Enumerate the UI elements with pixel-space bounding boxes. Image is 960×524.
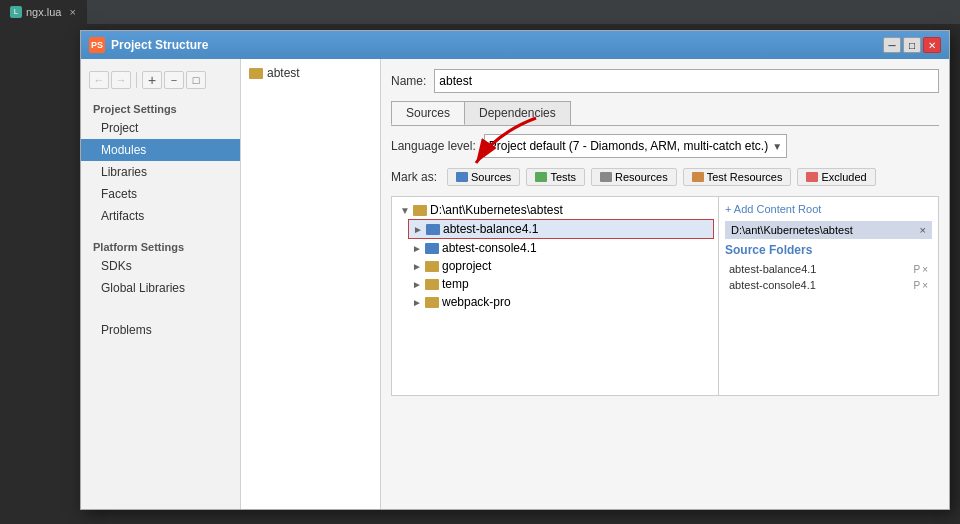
- name-label: Name:: [391, 74, 426, 88]
- back-button[interactable]: ←: [89, 71, 109, 89]
- tree-item-label: abtest-balance4.1: [443, 222, 538, 236]
- lang-label: Language level:: [391, 139, 476, 153]
- tree-expand-icon: ►: [412, 279, 422, 290]
- tab-close-icon[interactable]: ×: [69, 6, 75, 18]
- tree-expand-icon: ►: [412, 261, 422, 272]
- tree-item-balance[interactable]: ► abtest-balance4.1: [408, 219, 714, 239]
- forward-button[interactable]: →: [111, 71, 131, 89]
- remove-module-button[interactable]: −: [164, 71, 184, 89]
- tabs: Sources Dependencies: [391, 101, 939, 126]
- toolbar-separator: [136, 72, 137, 88]
- main-content: Name: Sources Dependencies Language leve…: [381, 59, 949, 509]
- tree-root-label: D:\ant\Kubernetes\abtest: [430, 203, 563, 217]
- source-folder-name: abtest-balance4.1: [729, 263, 816, 275]
- file-tree-area: ▼ D:\ant\Kubernetes\abtest ► abtest-bala…: [391, 196, 939, 396]
- title-bar-left: PS Project Structure: [89, 37, 208, 53]
- mark-row: Mark as: Sources Tests Resources Test Re…: [391, 168, 939, 186]
- module-item-abtest[interactable]: abtest: [245, 63, 376, 83]
- source-panel-header: + Add Content Root: [725, 203, 932, 215]
- editor-tab-label: ngx.lua: [26, 6, 61, 18]
- module-folder-icon: [249, 68, 263, 79]
- source-folders-label: Source Folders: [725, 243, 932, 257]
- minimize-button[interactable]: ─: [883, 37, 901, 53]
- tree-expand-icon: ▼: [400, 205, 410, 216]
- title-controls: ─ □ ✕: [883, 37, 941, 53]
- tree-item-folder-icon: [426, 224, 440, 235]
- sidebar-item-sdks[interactable]: SDKs: [81, 255, 240, 277]
- editor-tab-ngx[interactable]: L ngx.lua ×: [0, 0, 87, 24]
- source-path-close-button[interactable]: ×: [920, 224, 926, 236]
- editor-tab-bar: L ngx.lua ×: [0, 0, 960, 24]
- mark-sources-button[interactable]: Sources: [447, 168, 520, 186]
- modules-area: abtest: [241, 59, 381, 509]
- dropdown-arrow-icon: ▼: [772, 141, 782, 152]
- tests-folder-icon: [535, 172, 547, 182]
- tree-item-label: goproject: [442, 259, 491, 273]
- tree-item-temp[interactable]: ► temp: [408, 275, 714, 293]
- source-folder-actions: P ×: [913, 264, 928, 275]
- sidebar: ← → + − □ Project Settings Project Modul…: [81, 59, 241, 509]
- source-folder-x-action[interactable]: ×: [922, 280, 928, 291]
- excluded-folder-icon: [806, 172, 818, 182]
- sidebar-item-libraries[interactable]: Libraries: [81, 161, 240, 183]
- source-folder-x-action[interactable]: ×: [922, 264, 928, 275]
- sidebar-item-global-libraries[interactable]: Global Libraries: [81, 277, 240, 299]
- lua-icon: L: [10, 6, 22, 18]
- mark-label: Mark as:: [391, 170, 437, 184]
- title-bar: PS Project Structure ─ □ ✕: [81, 31, 949, 59]
- source-folder-actions: P ×: [913, 280, 928, 291]
- tree-item-folder-icon: [425, 297, 439, 308]
- mark-resources-button[interactable]: Resources: [591, 168, 677, 186]
- mark-testresources-button[interactable]: Test Resources: [683, 168, 792, 186]
- tab-sources[interactable]: Sources: [391, 101, 465, 125]
- dialog-title: Project Structure: [111, 38, 208, 52]
- mark-tests-label: Tests: [550, 171, 576, 183]
- tree-item-folder-icon: [425, 243, 439, 254]
- name-row: Name:: [391, 69, 939, 93]
- sidebar-item-project[interactable]: Project: [81, 117, 240, 139]
- source-path-header: D:\ant\Kubernetes\abtest ×: [725, 221, 932, 239]
- tab-dependencies[interactable]: Dependencies: [464, 101, 571, 125]
- lang-select[interactable]: Project default (7 - Diamonds, ARM, mult…: [484, 134, 787, 158]
- name-input[interactable]: [434, 69, 939, 93]
- lang-select-text: Project default (7 - Diamonds, ARM, mult…: [489, 139, 768, 153]
- copy-module-button[interactable]: □: [186, 71, 206, 89]
- source-panel: + Add Content Root D:\ant\Kubernetes\abt…: [719, 196, 939, 396]
- tree-expand-icon: ►: [412, 297, 422, 308]
- source-folder-p-action[interactable]: P: [913, 264, 920, 275]
- tree-item-label: webpack-pro: [442, 295, 511, 309]
- mark-excluded-button[interactable]: Excluded: [797, 168, 875, 186]
- tree-item-label: abtest-console4.1: [442, 241, 537, 255]
- module-item-label: abtest: [267, 66, 300, 80]
- mark-sources-label: Sources: [471, 171, 511, 183]
- testresources-folder-icon: [692, 172, 704, 182]
- tree-root-item[interactable]: ▼ D:\ant\Kubernetes\abtest: [396, 201, 714, 219]
- lang-row: Language level: Project default (7 - Dia…: [391, 134, 939, 158]
- tree-item-folder-icon: [425, 279, 439, 290]
- tree-item-webpack[interactable]: ► webpack-pro: [408, 293, 714, 311]
- sidebar-item-facets[interactable]: Facets: [81, 183, 240, 205]
- tree-item-goproject[interactable]: ► goproject: [408, 257, 714, 275]
- source-path-text: D:\ant\Kubernetes\abtest: [731, 224, 853, 236]
- dialog-body: ← → + − □ Project Settings Project Modul…: [81, 59, 949, 509]
- source-folder-p-action[interactable]: P: [913, 280, 920, 291]
- tree-expand-icon: ►: [412, 243, 422, 254]
- nav-toolbar: ← → + − □: [81, 67, 240, 97]
- maximize-button[interactable]: □: [903, 37, 921, 53]
- mark-resources-label: Resources: [615, 171, 668, 183]
- tree-item-console[interactable]: ► abtest-console4.1: [408, 239, 714, 257]
- sidebar-item-modules[interactable]: Modules: [81, 139, 240, 161]
- project-settings-header: Project Settings: [81, 97, 240, 117]
- mark-testresources-label: Test Resources: [707, 171, 783, 183]
- tree-expand-icon: ►: [413, 224, 423, 235]
- sidebar-item-artifacts[interactable]: Artifacts: [81, 205, 240, 227]
- add-module-button[interactable]: +: [142, 71, 162, 89]
- tree-root-folder-icon: [413, 205, 427, 216]
- close-button[interactable]: ✕: [923, 37, 941, 53]
- dialog-icon: PS: [89, 37, 105, 53]
- source-folder-name: abtest-console4.1: [729, 279, 816, 291]
- sidebar-item-problems[interactable]: Problems: [81, 319, 240, 341]
- mark-tests-button[interactable]: Tests: [526, 168, 585, 186]
- source-folder-item-balance: abtest-balance4.1 P ×: [725, 261, 932, 277]
- add-content-root-button[interactable]: + Add Content Root: [725, 203, 821, 215]
